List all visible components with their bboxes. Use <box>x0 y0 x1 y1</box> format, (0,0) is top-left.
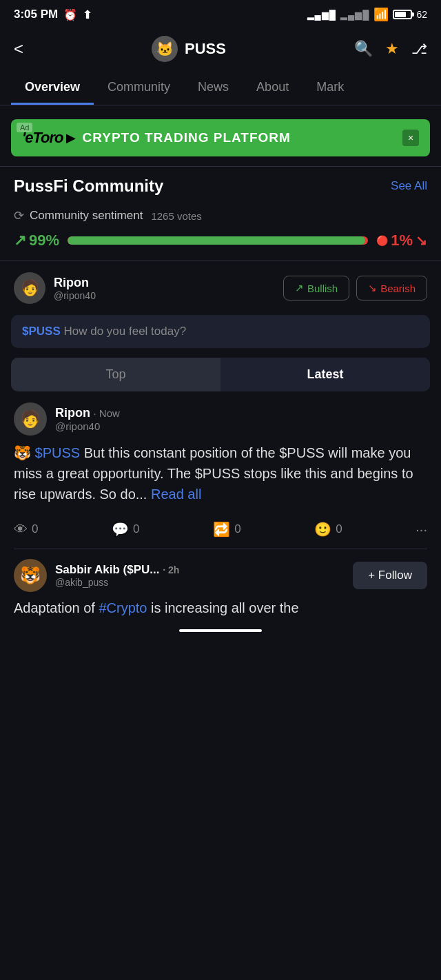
coin-logo: 🐱 <box>152 36 178 62</box>
sentiment-bar <box>68 236 368 245</box>
status-right: ▂▄▆█ ▂▄▆█ 📶 62 <box>307 7 427 22</box>
battery-pct: 62 <box>416 9 427 20</box>
comment-icon: 💬 <box>112 521 129 538</box>
retweet-action[interactable]: 🔁 0 <box>213 521 240 538</box>
user-row: 🧑 Ripon @ripon40 ↗ Bullish ↘ Bearish <box>0 261 441 311</box>
status-bar: 3:05 PM ⏰ ⬆ ▂▄▆█ ▂▄▆█ 📶 62 <box>0 0 441 28</box>
post1-actions: 👁 0 💬 0 🔁 0 🙂 0 ··· <box>14 514 427 549</box>
bullish-arrow-icon: ↗ <box>14 232 26 249</box>
nav-tabs: Overview Community News About Mark <box>0 70 441 105</box>
sentiment-header: ⟳ Community sentiment 1265 votes <box>14 208 427 223</box>
bullish-percentage: ↗ 99% <box>14 232 59 249</box>
bearish-dot-icon: 🔴 <box>376 235 388 246</box>
toggle-row: Top Latest <box>11 358 430 391</box>
upload-icon: ⬆ <box>83 8 92 21</box>
header-title: 🐱 PUSS <box>152 36 226 62</box>
sentiment-fill <box>68 236 365 245</box>
user-handle: @ripon40 <box>54 290 96 301</box>
sentiment-bar-row: ↗ 99% 🔴 1% ↘ <box>14 232 427 249</box>
view-action[interactable]: 👁 0 <box>14 522 38 538</box>
status-time: 3:05 PM ⏰ ⬆ <box>14 8 92 21</box>
ad-label: Ad <box>17 123 32 132</box>
tab-overview[interactable]: Overview <box>11 70 94 105</box>
post1-read-all[interactable]: Read all <box>151 487 201 502</box>
user-name: Ripon <box>54 276 96 290</box>
share-icon[interactable]: ⎇ <box>411 41 427 57</box>
bearish-button[interactable]: ↘ Bearish <box>356 276 427 300</box>
post1-name: Ripon <box>55 406 90 420</box>
bullish-button[interactable]: ↗ Bullish <box>283 276 349 300</box>
view-icon: 👁 <box>14 522 28 538</box>
etoro-arrow-icon: ▶ <box>66 130 76 145</box>
home-indicator <box>179 629 262 632</box>
alarm-icon: ⏰ <box>63 8 77 21</box>
sentiment-icon: ⟳ <box>14 208 24 223</box>
bearish-percentage: 🔴 1% ↘ <box>376 232 427 249</box>
header: < 🐱 PUSS 🔍 ★ ⎇ <box>0 28 441 70</box>
post1-body: 🐯 $PUSS But this constant position of th… <box>14 442 427 504</box>
search-icon[interactable]: 🔍 <box>354 40 373 58</box>
tab-market[interactable]: Mark <box>302 70 358 105</box>
post2-avatar: 🐯 <box>14 559 47 592</box>
back-button[interactable]: < <box>14 39 23 59</box>
community-section-header: PussFi Community See All <box>0 167 441 203</box>
toggle-top[interactable]: Top <box>11 358 220 391</box>
tab-news[interactable]: News <box>184 70 243 105</box>
post2-name: Sabbir Akib ($PU... · 2h <box>55 563 179 577</box>
header-icons: 🔍 ★ ⎇ <box>354 40 427 58</box>
comment-action[interactable]: 💬 0 <box>112 521 139 538</box>
avatar: 🧑 <box>14 272 45 304</box>
post2-handle: @akib_puss <box>55 577 179 588</box>
bullish-btn-icon: ↗ <box>295 282 304 294</box>
signal2-icon: ▂▄▆█ <box>340 10 369 20</box>
post2: 🐯 Sabbir Akib ($PU... · 2h @akib_puss + … <box>0 549 441 618</box>
user-details: Ripon @ripon40 <box>54 276 96 301</box>
post-placeholder-text: How do you feel today? <box>63 325 186 338</box>
post1-time: · Now <box>93 407 119 419</box>
follow-button[interactable]: + Follow <box>353 562 427 589</box>
post1-handle: @ripon40 <box>55 420 120 432</box>
sentiment-label: Community sentiment <box>30 209 143 223</box>
tab-community[interactable]: Community <box>94 70 184 105</box>
post1-user-info: Ripon · Now @ripon40 <box>55 406 120 432</box>
user-info: 🧑 Ripon @ripon40 <box>14 272 96 304</box>
ad-content: 'eToro ▶ CRYPTO TRADING PLATFORM <box>22 129 402 147</box>
ad-close-button[interactable]: × <box>402 130 419 146</box>
post2-header: 🐯 Sabbir Akib ($PU... · 2h @akib_puss + … <box>14 559 427 592</box>
sentiment-votes: 1265 votes <box>151 210 201 222</box>
community-title: PussFi Community <box>14 176 163 196</box>
favorite-icon[interactable]: ★ <box>385 40 399 58</box>
bearish-btn-icon: ↘ <box>368 282 377 294</box>
like-action[interactable]: 🙂 0 <box>314 521 342 538</box>
see-all-button[interactable]: See All <box>391 179 427 193</box>
post-input[interactable]: $PUSS How do you feel today? <box>11 315 430 348</box>
more-action[interactable]: ··· <box>416 522 427 538</box>
tab-about[interactable]: About <box>243 70 302 105</box>
like-icon: 🙂 <box>314 521 331 538</box>
post2-user-info: Sabbir Akib ($PU... · 2h @akib_puss <box>55 563 179 588</box>
bearish-arrow-icon: ↘ <box>416 232 427 249</box>
post1-tag: $PUSS <box>35 445 81 460</box>
retweet-icon: 🔁 <box>213 521 230 538</box>
ad-slogan: CRYPTO TRADING PLATFORM <box>83 130 291 145</box>
post2-body: Adaptation of #Crypto is increasing all … <box>14 598 427 618</box>
sentiment-buttons: ↗ Bullish ↘ Bearish <box>283 276 427 300</box>
post2-time: · 2h <box>163 564 179 575</box>
toggle-latest[interactable]: Latest <box>220 358 430 391</box>
post1-header: 🧑 Ripon · Now @ripon40 <box>14 402 427 436</box>
post-tag: $PUSS <box>22 325 61 338</box>
post2-tag[interactable]: #Crypto <box>99 600 147 615</box>
signal-icon: ▂▄▆█ <box>307 10 336 20</box>
post2-user: 🐯 Sabbir Akib ($PU... · 2h @akib_puss <box>14 559 179 592</box>
battery-icon <box>393 10 412 19</box>
wifi-icon: 📶 <box>373 7 389 22</box>
ad-banner[interactable]: Ad 'eToro ▶ CRYPTO TRADING PLATFORM × <box>11 119 430 156</box>
post1: 🧑 Ripon · Now @ripon40 🐯 $PUSS But this … <box>0 391 441 549</box>
post1-avatar: 🧑 <box>14 402 47 436</box>
sentiment-container: ⟳ Community sentiment 1265 votes ↗ 99% 🔴… <box>0 203 441 261</box>
